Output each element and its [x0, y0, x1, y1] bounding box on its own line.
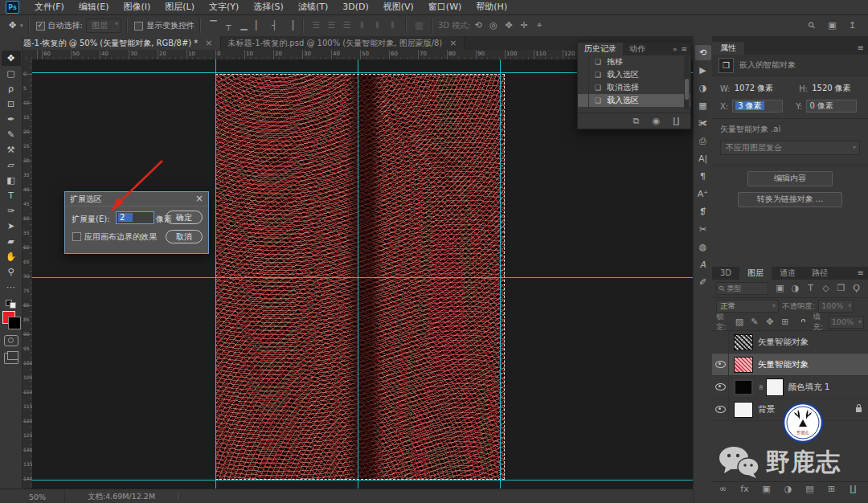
layer-row-3[interactable]: ∞颜色填充 1	[712, 376, 868, 399]
filter-smart-objects-icon[interactable]: ❐	[835, 282, 847, 295]
filter-adjustment-layers-icon[interactable]: ◑	[789, 282, 801, 295]
background-color-swatch[interactable]	[8, 317, 21, 329]
add-layer-mask-icon[interactable]: ▣	[760, 483, 772, 496]
distribute-spacing-icon[interactable]: ▥	[413, 19, 425, 32]
menu-视图[interactable]: 视图(V)	[376, 0, 421, 14]
panel-icon-swatches[interactable]: ▦	[695, 98, 711, 113]
blend-mode-dropdown[interactable]: 正常	[716, 300, 779, 313]
new-document-from-state-icon[interactable]: ⧉	[630, 115, 642, 128]
new-group-icon[interactable]: ▤	[804, 483, 816, 496]
tool-preset-chevron-icon[interactable]: ▾	[20, 22, 23, 29]
auto-select-dropdown[interactable]: 图层	[86, 18, 121, 33]
3d-slide-icon[interactable]: ✛	[518, 19, 530, 32]
tab-properties[interactable]: 属性	[712, 42, 744, 55]
layer-name[interactable]: 矢量智能对象	[758, 359, 809, 370]
filter-pixel-layers-icon[interactable]: ▣	[774, 282, 786, 295]
panel-menu-icon[interactable]: ≡	[858, 42, 868, 55]
menu-图像[interactable]: 图像(I)	[116, 0, 158, 14]
tab-actions[interactable]: 动作	[623, 43, 652, 55]
edit-toolbar[interactable]: ⋯	[2, 280, 21, 295]
new-snapshot-icon[interactable]: ◉	[650, 115, 662, 128]
3d-roll-icon[interactable]: ◎	[488, 19, 500, 32]
path-selection-tool[interactable]: ➤	[2, 219, 21, 234]
rectangle-tool[interactable]: ▰	[2, 234, 21, 249]
filter-pin-icon[interactable]: Ϙ	[850, 282, 862, 295]
visibility-toggle[interactable]	[712, 354, 729, 375]
panel-menu-icon[interactable]: ≡	[681, 45, 687, 53]
history-state-4[interactable]: ❏载入选区	[578, 94, 690, 107]
panel-icon-paragraph[interactable]: ¶	[695, 169, 711, 184]
visibility-toggle[interactable]	[712, 399, 729, 420]
dialog-close-icon[interactable]: ×	[195, 192, 203, 206]
document-tab-1[interactable]: 未标题-1-恢复的 @ 50% (矢量智能对象, RGB/8#) *×	[0, 36, 221, 50]
panel-icon-actions[interactable]: ▶	[695, 63, 711, 78]
panel-icon-history[interactable]: ⟲	[695, 45, 711, 60]
3d-rotate-icon[interactable]: ⟲	[473, 19, 485, 32]
panel-icon-clone-source[interactable]: ⎙	[695, 133, 711, 149]
layer-row-2[interactable]: 矢量智能对象	[712, 354, 868, 376]
convert-to-linked-button[interactable]: 转换为链接对象 ...	[738, 192, 842, 207]
visibility-toggle[interactable]	[712, 376, 729, 398]
tab-close-icon[interactable]: ×	[449, 38, 457, 48]
align-right-icon[interactable]: ▕	[284, 19, 296, 32]
opacity-input[interactable]: 100%	[818, 300, 854, 313]
align-top-icon[interactable]: ▔	[207, 19, 219, 32]
pen-tool[interactable]: ✑	[2, 203, 21, 219]
link-layers-icon[interactable]: ∞	[717, 483, 729, 496]
guide-vertical-left[interactable]	[215, 59, 216, 489]
filter-type-dropdown[interactable]: ⚲ 类型	[716, 282, 768, 295]
align-bottom-icon[interactable]: ▁	[238, 19, 250, 32]
tab-3D[interactable]: 3D	[712, 267, 739, 280]
auto-select-checkbox[interactable]	[36, 22, 45, 31]
menu-滤镜[interactable]: 滤镜(T)	[291, 0, 335, 14]
panel-menu-icon[interactable]: ≡	[858, 267, 868, 280]
current-tool-icon[interactable]: ✥	[6, 19, 18, 32]
y-input[interactable]: 0 像素	[806, 100, 857, 112]
fill-input[interactable]: 100%	[829, 316, 864, 329]
panel-icon-character[interactable]: A|	[695, 151, 711, 166]
hand-tool[interactable]: ✋	[2, 249, 21, 264]
color-swatches[interactable]	[2, 311, 20, 329]
panel-icon-color[interactable]: ◑	[695, 80, 711, 96]
panel-icon-glyphs[interactable]: 𝐴	[695, 257, 711, 272]
share-icon[interactable]: ↥	[846, 19, 858, 32]
default-colors-icon[interactable]	[6, 300, 17, 308]
guide-horizontal-bottom[interactable]	[32, 480, 693, 481]
history-set-source-cell[interactable]	[578, 81, 589, 94]
menu-帮助[interactable]: 帮助(H)	[469, 0, 514, 14]
history-state-2[interactable]: ❏载入选区	[578, 68, 690, 81]
menu-编辑[interactable]: 编辑(E)	[72, 0, 117, 14]
clone-stamp-tool[interactable]: ⚒	[2, 142, 21, 157]
mask-link-icon[interactable]: ∞	[757, 384, 765, 391]
move-tool[interactable]: ✥	[2, 51, 21, 66]
menu-文字[interactable]: 文字(Y)	[202, 0, 246, 14]
delete-state-icon[interactable]: ∐	[670, 115, 682, 128]
layer-name[interactable]: 颜色填充 1	[788, 382, 830, 393]
new-layer-icon[interactable]: ⊞	[825, 483, 837, 496]
layer-thumbnail[interactable]	[734, 379, 753, 395]
history-set-source-cell[interactable]	[578, 68, 589, 81]
delete-layer-icon[interactable]: ∐	[847, 483, 859, 496]
history-set-source-cell[interactable]	[578, 94, 589, 107]
distribute-bottom-icon[interactable]: ☰	[341, 19, 353, 32]
quick-mask-button[interactable]	[4, 335, 18, 346]
x-input[interactable]: 3 像素	[732, 100, 783, 112]
edit-contents-button[interactable]: 编辑内容	[747, 171, 833, 186]
new-adjustment-layer-icon[interactable]: ◑	[782, 483, 794, 496]
panel-icon-paragraph-styles[interactable]: ❡	[695, 204, 711, 219]
menu-图层[interactable]: 图层(L)	[158, 0, 202, 14]
align-left-icon[interactable]: ▏	[253, 19, 265, 32]
eraser-tool[interactable]: ▱	[2, 157, 21, 173]
lock-transparent-pixels-icon[interactable]: ▨	[733, 316, 745, 329]
crop-tool[interactable]: ⊡	[2, 96, 21, 112]
history-set-source-cell[interactable]	[578, 55, 589, 68]
layer-style-icon[interactable]: fx	[739, 483, 751, 496]
brush-tool[interactable]: ✎	[2, 127, 21, 142]
show-transform-checkbox[interactable]	[134, 22, 143, 31]
lasso-tool[interactable]: ρ	[2, 81, 21, 96]
3d-drag-icon[interactable]: ✥	[503, 19, 515, 32]
guide-horizontal-middle[interactable]	[32, 277, 693, 278]
lock-position-icon[interactable]: ✥	[764, 316, 776, 329]
status-chevron-icon[interactable]: 〉	[155, 492, 184, 502]
tab-通道[interactable]: 通道	[772, 267, 804, 280]
